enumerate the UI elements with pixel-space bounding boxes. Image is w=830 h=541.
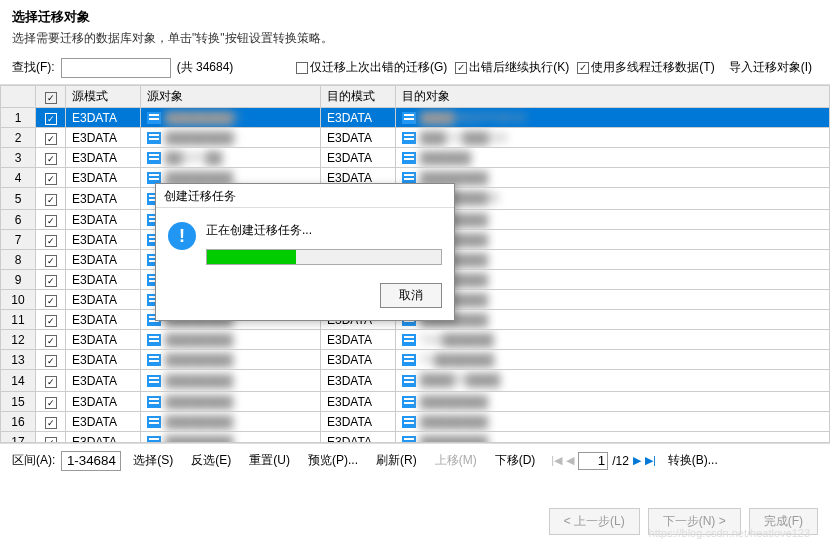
cancel-button[interactable]: 取消 bbox=[380, 283, 442, 308]
next-page-icon[interactable]: ▶ bbox=[633, 454, 641, 467]
src-schema-cell: E3DATA bbox=[66, 270, 141, 290]
row-checkbox[interactable]: ✓ bbox=[36, 310, 66, 330]
src-object-cell: ████████ bbox=[141, 392, 321, 412]
convert-button[interactable]: 转换(B)... bbox=[662, 450, 724, 471]
checkbox-icon bbox=[296, 62, 308, 74]
col-src-schema[interactable]: 源模式 bbox=[66, 86, 141, 108]
src-schema-cell: E3DATA bbox=[66, 392, 141, 412]
table-row[interactable]: 2✓E3DATA████████IE3DATA███OV███DM bbox=[1, 128, 830, 148]
dst-object-cell: ████████ bbox=[396, 432, 830, 444]
src-object-cell: ████████I bbox=[141, 128, 321, 148]
range-input[interactable] bbox=[61, 451, 121, 471]
row-number: 5 bbox=[1, 188, 36, 210]
dst-object-cell: TAB██████ bbox=[396, 330, 830, 350]
src-schema-cell: E3DATA bbox=[66, 250, 141, 270]
select-button[interactable]: 选择(S) bbox=[127, 450, 179, 471]
table-icon bbox=[147, 416, 161, 428]
table-icon bbox=[402, 354, 416, 366]
table-row[interactable]: 14✓E3DATA████████E3DATA████理████ bbox=[1, 370, 830, 392]
table-icon bbox=[147, 375, 161, 387]
src-object-cell: ████████ bbox=[141, 432, 321, 444]
dst-schema-cell: E3DATA bbox=[321, 350, 396, 370]
opt-multithread[interactable]: 使用多线程迁移数据(T) bbox=[577, 59, 714, 76]
table-row[interactable]: 3✓E3DATA██IER:██E3DATA██████ bbox=[1, 148, 830, 168]
search-input[interactable] bbox=[61, 58, 171, 78]
table-row[interactable]: 13✓E3DATA████████E3DATATA███████ bbox=[1, 350, 830, 370]
progress-dialog: 创建迁移任务 ! 正在创建迁移任务... 取消 bbox=[155, 183, 455, 321]
move-down-button[interactable]: 下移(D) bbox=[489, 450, 542, 471]
opt-errors-only[interactable]: 仅迁移上次出错的迁移(G) bbox=[296, 59, 447, 76]
col-dst-object[interactable]: 目的对象 bbox=[396, 86, 830, 108]
src-object-cell: ████████C bbox=[141, 108, 321, 128]
dst-object-cell: ███OV███DM bbox=[396, 128, 830, 148]
row-checkbox[interactable]: ✓ bbox=[36, 350, 66, 370]
row-checkbox[interactable]: ✓ bbox=[36, 250, 66, 270]
row-checkbox[interactable]: ✓ bbox=[36, 148, 66, 168]
row-checkbox[interactable]: ✓ bbox=[36, 432, 66, 444]
row-checkbox[interactable]: ✓ bbox=[36, 412, 66, 432]
dst-object-cell: ████████ bbox=[396, 168, 830, 188]
last-page-icon[interactable]: ▶| bbox=[645, 454, 656, 467]
pager: |◀ ◀ /12 ▶ ▶| bbox=[551, 452, 655, 470]
row-number: 13 bbox=[1, 350, 36, 370]
src-object-cell: ████████ bbox=[141, 330, 321, 350]
page-header: 选择迁移对象 选择需要迁移的数据库对象，单击"转换"按钮设置转换策略。 bbox=[0, 0, 830, 51]
src-schema-cell: E3DATA bbox=[66, 148, 141, 168]
row-checkbox[interactable]: ✓ bbox=[36, 270, 66, 290]
table-icon bbox=[402, 112, 416, 124]
preview-button[interactable]: 预览(P)... bbox=[302, 450, 364, 471]
table-icon bbox=[147, 436, 161, 443]
row-checkbox[interactable]: ✓ bbox=[36, 330, 66, 350]
page-input[interactable] bbox=[578, 452, 608, 470]
table-icon bbox=[402, 132, 416, 144]
row-checkbox[interactable]: ✓ bbox=[36, 392, 66, 412]
col-dst-schema[interactable]: 目的模式 bbox=[321, 86, 396, 108]
table-icon bbox=[402, 375, 416, 387]
reset-button[interactable]: 重置(U) bbox=[243, 450, 296, 471]
row-number: 4 bbox=[1, 168, 36, 188]
progress-fill bbox=[207, 250, 296, 264]
src-schema-cell: E3DATA bbox=[66, 412, 141, 432]
count-label: (共 34684) bbox=[177, 59, 234, 76]
row-number: 2 bbox=[1, 128, 36, 148]
table-row[interactable]: 16✓E3DATA████████E3DATA████████ bbox=[1, 412, 830, 432]
table-icon bbox=[402, 334, 416, 346]
dst-object-cell: ████理████ bbox=[396, 370, 830, 392]
import-objects-button[interactable]: 导入迁移对象(I) bbox=[723, 57, 818, 78]
src-schema-cell: E3DATA bbox=[66, 168, 141, 188]
table-row[interactable]: 12✓E3DATA████████E3DATATAB██████ bbox=[1, 330, 830, 350]
src-object-cell: ██IER:██ bbox=[141, 148, 321, 168]
src-schema-cell: E3DATA bbox=[66, 432, 141, 444]
table-icon bbox=[402, 396, 416, 408]
dialog-message: 正在创建迁移任务... bbox=[206, 222, 442, 239]
table-icon bbox=[147, 112, 161, 124]
row-number: 9 bbox=[1, 270, 36, 290]
row-checkbox[interactable]: ✓ bbox=[36, 290, 66, 310]
row-checkbox[interactable]: ✓ bbox=[36, 188, 66, 210]
total-pages: /12 bbox=[612, 454, 629, 468]
opt-continue-on-error[interactable]: 出错后继续执行(K) bbox=[455, 59, 569, 76]
prev-step-button[interactable]: < 上一步(L) bbox=[549, 508, 640, 535]
dst-object-cell: ████████ bbox=[396, 412, 830, 432]
dst-object-cell: ████████表 bbox=[396, 188, 830, 210]
progress-bar bbox=[206, 249, 442, 265]
row-checkbox[interactable]: ✓ bbox=[36, 108, 66, 128]
row-checkbox[interactable]: ✓ bbox=[36, 370, 66, 392]
table-row[interactable]: 1✓E3DATA████████CE3DATA████MEEFFDESC bbox=[1, 108, 830, 128]
table-row[interactable]: 17✓E3DATA████████E3DATA████████ bbox=[1, 432, 830, 444]
row-checkbox[interactable]: ✓ bbox=[36, 230, 66, 250]
table-row[interactable]: 15✓E3DATA████████E3DATA████████ bbox=[1, 392, 830, 412]
src-schema-cell: E3DATA bbox=[66, 108, 141, 128]
row-number: 17 bbox=[1, 432, 36, 444]
row-checkbox[interactable]: ✓ bbox=[36, 128, 66, 148]
row-checkbox[interactable]: ✓ bbox=[36, 210, 66, 230]
page-subtitle: 选择需要迁移的数据库对象，单击"转换"按钮设置转换策略。 bbox=[12, 30, 818, 47]
invert-button[interactable]: 反选(E) bbox=[185, 450, 237, 471]
table-icon bbox=[402, 152, 416, 164]
src-schema-cell: E3DATA bbox=[66, 370, 141, 392]
table-icon bbox=[147, 354, 161, 366]
col-src-object[interactable]: 源对象 bbox=[141, 86, 321, 108]
row-checkbox[interactable]: ✓ bbox=[36, 168, 66, 188]
row-number: 10 bbox=[1, 290, 36, 310]
refresh-button[interactable]: 刷新(R) bbox=[370, 450, 423, 471]
